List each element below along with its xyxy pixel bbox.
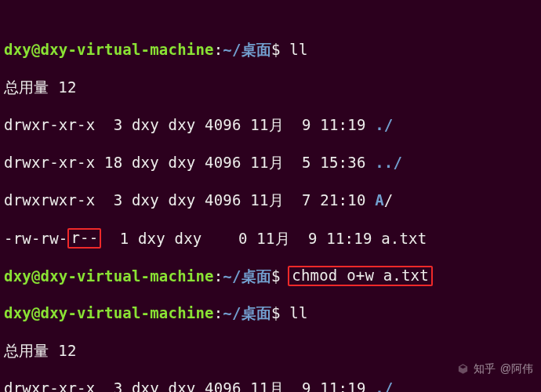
- perm-highlight: r--: [67, 228, 101, 249]
- ls-row: drwxrwxr-x 3 dxy dxy 4096 11月 7 21:10 A/: [4, 191, 537, 209]
- cmd-ll: ll: [289, 304, 307, 321]
- watermark-site: 知乎: [474, 359, 496, 378]
- prompt-line: dxy@dxy-virtual-machine:~/桌面$ chmod o+w …: [4, 266, 537, 285]
- ls-row: -rw-rw-r-- 1 dxy dxy 0 11月 9 11:19 a.txt: [4, 228, 537, 247]
- total-line: 总用量 12: [4, 78, 537, 96]
- ls-row: drwxr-xr-x 3 dxy dxy 4096 11月 9 11:19 ./: [4, 379, 537, 392]
- prompt-line: dxy@dxy-virtual-machine:~/桌面$ ll: [4, 303, 537, 322]
- prompt-path: ~/桌面: [223, 41, 271, 58]
- watermark: 知乎 @阿伟: [457, 359, 533, 378]
- terminal[interactable]: dxy@dxy-virtual-machine:~/桌面$ ll 总用量 12 …: [0, 0, 541, 392]
- cmd-ll: ll: [289, 41, 307, 58]
- cmd-chmod: chmod o+w a.txt: [288, 266, 433, 286]
- prompt-line: dxy@dxy-virtual-machine:~/桌面$ ll: [4, 40, 537, 59]
- ls-row: drwxr-xr-x 3 dxy dxy 4096 11月 9 11:19 ./: [4, 115, 537, 134]
- total-line: 总用量 12: [4, 341, 537, 360]
- zhihu-icon: [457, 363, 469, 375]
- watermark-author: @阿伟: [500, 359, 533, 378]
- dir-A: A: [375, 191, 384, 209]
- prompt-user: dxy@dxy-virtual-machine: [4, 41, 214, 58]
- ls-row: drwxr-xr-x 18 dxy dxy 4096 11月 5 15:36 .…: [4, 153, 537, 172]
